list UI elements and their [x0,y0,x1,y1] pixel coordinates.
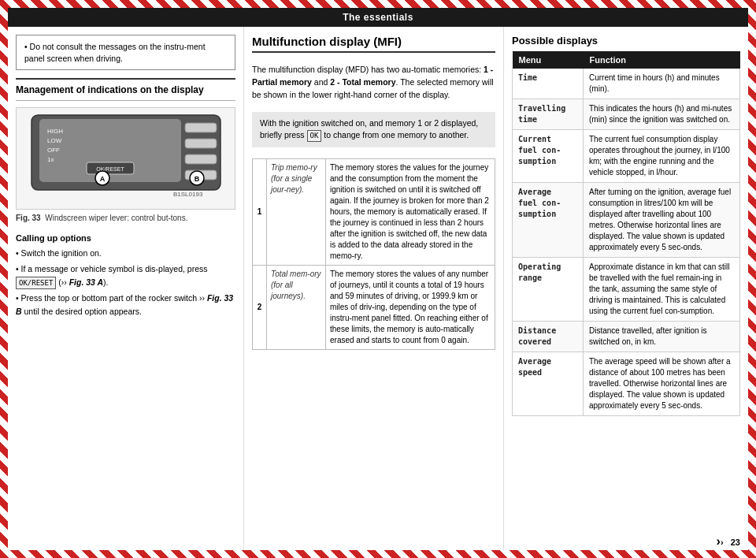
displays-menu-cell: Current fuel con- sumption [513,130,584,183]
calling-item-3: Press the top or bottom part of the rock… [16,292,235,318]
displays-function-cell: This indicates the hours (h) and mi-nute… [584,99,740,130]
displays-menu-cell: Average speed [513,352,584,416]
displays-menu-cell: Average fuel con- sumption [513,183,584,258]
management-title: Management of indications on the display [16,84,235,101]
page-number: ›› 23 [717,534,740,549]
memory-num-1: 1 [253,158,267,265]
svg-text:B: B [194,175,199,183]
displays-function-cell: The current fuel consumption display ope… [584,130,740,183]
middle-column: Multifunction display (MFI) The multifun… [244,27,504,550]
displays-function-cell: Current time in hours (h) and minutes (m… [584,69,740,99]
ignition-note-box: With the ignition switched on, and memor… [252,112,495,147]
memory-label-2: Total mem-ory (for all journeys). [267,265,326,349]
displays-menu-cell: Operating range [513,258,584,322]
fig-ref-a: Fig. 33 A [69,277,103,287]
displays-table: Menu Function TimeCurrent time in hours … [512,51,740,416]
mfi-title: Multifunction display (MFI) [252,35,495,53]
svg-text:OFF: OFF [47,147,60,154]
displays-function-cell: After turning on the ignition, average f… [584,183,740,258]
svg-rect-3 [185,139,217,148]
figure-area: HIGH LOW OFF 1x OK/RESET A B B1SL0193 [16,107,235,210]
ok-reset-btn: OK/RESET [16,277,56,289]
warning-text: Do not consult the messages on the instr… [24,42,206,63]
fig-ref-b: Fig. 33 B [16,293,233,316]
displays-row: Average speedThe average speed will be s… [513,352,740,416]
wiper-diagram: HIGH LOW OFF 1x OK/RESET A B B1SL0193 [24,111,228,206]
calling-options: Switch the ignition on. If a message or … [16,247,235,318]
displays-menu-cell: Travelling time [513,99,584,130]
displays-menu-cell: Distance covered [513,322,584,352]
header-title: The essentials [343,12,413,23]
svg-text:LOW: LOW [47,137,62,144]
displays-row: Operating rangeApproximate distance in k… [513,258,740,322]
col-function: Function [584,51,740,69]
displays-function-cell: The average speed will be shown after a … [584,352,740,416]
displays-row: Travelling timeThis indicates the hours … [513,99,740,130]
memory-desc-2: The memory stores the values of any numb… [326,265,495,349]
possible-displays-title: Possible displays [512,35,740,46]
page-header: The essentials [8,8,748,27]
svg-text:1x: 1x [47,156,54,163]
management-section: Management of indications on the display [16,78,235,320]
ignition-note-text: With the ignition switched on, and memor… [260,118,478,140]
mfi-intro: The multifunction display (MFD) has two … [252,64,495,101]
svg-text:B1SL0193: B1SL0193 [173,191,203,198]
displays-row: Current fuel con- sumptionThe current fu… [513,130,740,183]
memory-label-1: Trip memo-ry (for a single jour-ney). [267,158,326,265]
displays-menu-cell: Time [513,69,584,99]
svg-text:A: A [99,175,105,183]
svg-text:HIGH: HIGH [47,128,63,135]
displays-row: Average fuel con- sumptionAfter turning … [513,183,740,258]
displays-function-cell: Distance travelled, after ignition is sw… [584,322,740,352]
memory-row-2: 2 Total mem-ory (for all journeys). The … [253,265,495,349]
displays-row: Distance coveredDistance travelled, afte… [513,322,740,352]
memory-row-1: 1 Trip memo-ry (for a single jour-ney). … [253,158,495,265]
left-column: Do not consult the messages on the instr… [8,27,244,550]
memory-table: 1 Trip memo-ry (for a single jour-ney). … [252,158,495,350]
fig-caption: Fig. 33 Windscreen wiper lever: control … [16,213,235,224]
svg-rect-2 [185,123,217,132]
displays-function-cell: Approximate distance in km that can stil… [584,258,740,322]
displays-table-header: Menu Function [513,51,740,69]
col-menu: Menu [513,51,584,69]
calling-title: Calling up options [16,233,235,243]
memory-desc-1: The memory stores the values for the jou… [326,158,495,265]
ok-btn: OK [307,130,322,142]
right-column: Possible displays Menu Function TimeCurr… [504,27,748,550]
svg-rect-4 [185,154,217,164]
warning-box: Do not consult the messages on the instr… [16,35,235,70]
calling-item-2: If a message or vehicle symbol is dis-pl… [16,262,235,289]
displays-row: TimeCurrent time in hours (h) and minute… [513,69,740,99]
memory-num-2: 2 [253,265,267,349]
fig-ref: Fig. 33 [16,214,41,222]
calling-item-1: Switch the ignition on. [16,247,235,260]
